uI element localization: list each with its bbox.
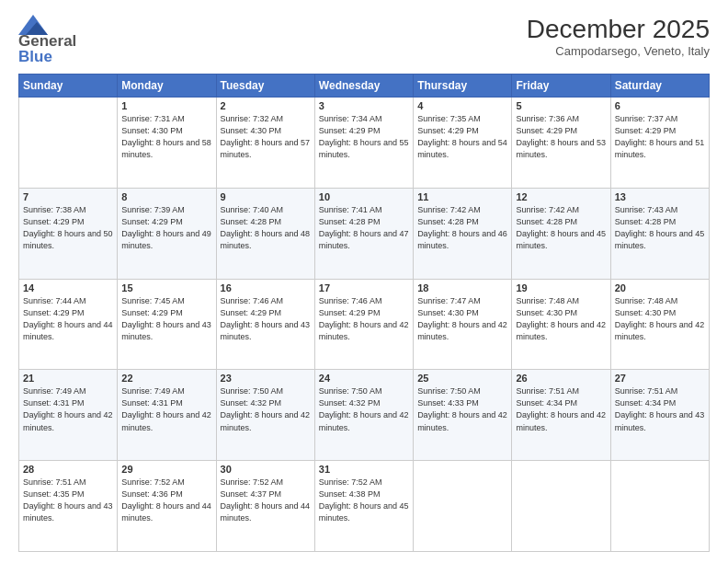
col-thursday: Thursday <box>414 75 512 98</box>
day-info: Sunrise: 7:32 AMSunset: 4:30 PMDaylight:… <box>221 113 311 161</box>
day-number: 7 <box>23 191 113 202</box>
day-info: Sunrise: 7:41 AMSunset: 4:28 PMDaylight:… <box>319 204 409 252</box>
day-number: 9 <box>221 191 311 202</box>
calendar-cell: 22Sunrise: 7:49 AMSunset: 4:31 PMDayligh… <box>118 370 216 461</box>
day-info: Sunrise: 7:36 AMSunset: 4:29 PMDaylight:… <box>516 113 606 161</box>
day-info: Sunrise: 7:42 AMSunset: 4:28 PMDaylight:… <box>417 204 507 252</box>
calendar-cell: 19Sunrise: 7:48 AMSunset: 4:30 PMDayligh… <box>512 279 610 370</box>
col-wednesday: Wednesday <box>314 75 413 98</box>
calendar-cell: 29Sunrise: 7:52 AMSunset: 4:36 PMDayligh… <box>118 461 216 552</box>
calendar-cell: 26Sunrise: 7:51 AMSunset: 4:34 PMDayligh… <box>512 370 610 461</box>
col-friday: Friday <box>512 75 610 98</box>
calendar-cell: 8Sunrise: 7:39 AMSunset: 4:29 PMDaylight… <box>118 188 216 279</box>
location: Campodarsego, Veneto, Italy <box>527 44 710 58</box>
day-number: 11 <box>417 191 507 202</box>
day-number: 16 <box>221 282 311 293</box>
month-title: December 2025 <box>527 15 710 44</box>
day-info: Sunrise: 7:42 AMSunset: 4:28 PMDaylight:… <box>516 204 606 252</box>
day-number: 8 <box>121 191 211 202</box>
calendar-week-3: 21Sunrise: 7:49 AMSunset: 4:31 PMDayligh… <box>19 370 710 461</box>
calendar-cell <box>610 461 709 552</box>
day-number: 19 <box>516 282 606 293</box>
calendar-cell: 16Sunrise: 7:46 AMSunset: 4:29 PMDayligh… <box>216 279 314 370</box>
day-info: Sunrise: 7:37 AMSunset: 4:29 PMDaylight:… <box>615 113 705 161</box>
day-number: 6 <box>615 100 705 111</box>
day-number: 24 <box>319 373 409 384</box>
day-number: 21 <box>23 373 113 384</box>
day-number: 22 <box>121 373 211 384</box>
calendar-cell <box>512 461 610 552</box>
calendar-cell: 20Sunrise: 7:48 AMSunset: 4:30 PMDayligh… <box>610 279 709 370</box>
day-number: 14 <box>23 282 113 293</box>
col-tuesday: Tuesday <box>216 75 314 98</box>
day-info: Sunrise: 7:45 AMSunset: 4:29 PMDaylight:… <box>121 295 211 343</box>
day-info: Sunrise: 7:48 AMSunset: 4:30 PMDaylight:… <box>516 295 606 343</box>
day-info: Sunrise: 7:40 AMSunset: 4:28 PMDaylight:… <box>221 204 311 252</box>
day-number: 1 <box>121 100 211 111</box>
calendar-cell: 7Sunrise: 7:38 AMSunset: 4:29 PMDaylight… <box>19 188 118 279</box>
calendar-week-4: 28Sunrise: 7:51 AMSunset: 4:35 PMDayligh… <box>19 461 710 552</box>
day-info: Sunrise: 7:51 AMSunset: 4:35 PMDaylight:… <box>23 477 113 524</box>
day-number: 15 <box>121 282 211 293</box>
calendar-cell: 31Sunrise: 7:52 AMSunset: 4:38 PMDayligh… <box>314 461 413 552</box>
calendar-cell: 4Sunrise: 7:35 AMSunset: 4:29 PMDaylight… <box>414 98 512 189</box>
calendar-week-2: 14Sunrise: 7:44 AMSunset: 4:29 PMDayligh… <box>19 279 710 370</box>
calendar-cell: 11Sunrise: 7:42 AMSunset: 4:28 PMDayligh… <box>414 188 512 279</box>
calendar-week-0: 1Sunrise: 7:31 AMSunset: 4:30 PMDaylight… <box>19 98 710 189</box>
day-number: 2 <box>221 100 311 111</box>
calendar-cell: 25Sunrise: 7:50 AMSunset: 4:33 PMDayligh… <box>414 370 512 461</box>
calendar-cell: 6Sunrise: 7:37 AMSunset: 4:29 PMDaylight… <box>610 98 709 189</box>
calendar-cell: 3Sunrise: 7:34 AMSunset: 4:29 PMDaylight… <box>314 98 413 189</box>
logo-blue: Blue <box>18 48 52 65</box>
title-section: December 2025 Campodarsego, Veneto, Ital… <box>527 15 710 58</box>
day-number: 20 <box>615 282 705 293</box>
day-info: Sunrise: 7:46 AMSunset: 4:29 PMDaylight:… <box>319 295 409 343</box>
day-number: 10 <box>319 191 409 202</box>
day-info: Sunrise: 7:51 AMSunset: 4:34 PMDaylight:… <box>615 385 705 433</box>
day-number: 29 <box>121 464 211 475</box>
col-sunday: Sunday <box>19 75 118 98</box>
day-number: 13 <box>615 191 705 202</box>
day-number: 5 <box>516 100 606 111</box>
calendar-week-1: 7Sunrise: 7:38 AMSunset: 4:29 PMDaylight… <box>19 188 710 279</box>
day-info: Sunrise: 7:44 AMSunset: 4:29 PMDaylight:… <box>23 295 113 343</box>
day-info: Sunrise: 7:34 AMSunset: 4:29 PMDaylight:… <box>319 113 409 161</box>
day-info: Sunrise: 7:52 AMSunset: 4:36 PMDaylight:… <box>121 477 211 524</box>
day-number: 25 <box>417 373 507 384</box>
calendar-cell: 9Sunrise: 7:40 AMSunset: 4:28 PMDaylight… <box>216 188 314 279</box>
day-info: Sunrise: 7:52 AMSunset: 4:37 PMDaylight:… <box>221 477 311 524</box>
calendar-cell: 12Sunrise: 7:42 AMSunset: 4:28 PMDayligh… <box>512 188 610 279</box>
calendar-cell: 1Sunrise: 7:31 AMSunset: 4:30 PMDaylight… <box>118 98 216 189</box>
day-info: Sunrise: 7:50 AMSunset: 4:32 PMDaylight:… <box>319 385 409 433</box>
logo-general: General <box>18 33 76 49</box>
day-info: Sunrise: 7:31 AMSunset: 4:30 PMDaylight:… <box>121 113 211 161</box>
calendar-cell <box>19 98 118 189</box>
day-number: 23 <box>221 373 311 384</box>
col-monday: Monday <box>118 75 216 98</box>
col-saturday: Saturday <box>610 75 709 98</box>
calendar-header-row: Sunday Monday Tuesday Wednesday Thursday… <box>19 75 710 98</box>
day-number: 30 <box>221 464 311 475</box>
calendar-cell: 28Sunrise: 7:51 AMSunset: 4:35 PMDayligh… <box>19 461 118 552</box>
day-number: 26 <box>516 373 606 384</box>
day-number: 4 <box>417 100 507 111</box>
calendar-cell: 18Sunrise: 7:47 AMSunset: 4:30 PMDayligh… <box>414 279 512 370</box>
header: General Blue December 2025 Campodarsego,… <box>18 15 710 64</box>
day-info: Sunrise: 7:50 AMSunset: 4:33 PMDaylight:… <box>417 385 507 433</box>
day-number: 18 <box>417 282 507 293</box>
calendar-cell: 24Sunrise: 7:50 AMSunset: 4:32 PMDayligh… <box>314 370 413 461</box>
day-number: 27 <box>615 373 705 384</box>
calendar-cell: 30Sunrise: 7:52 AMSunset: 4:37 PMDayligh… <box>216 461 314 552</box>
calendar-cell: 23Sunrise: 7:50 AMSunset: 4:32 PMDayligh… <box>216 370 314 461</box>
calendar-cell: 27Sunrise: 7:51 AMSunset: 4:34 PMDayligh… <box>610 370 709 461</box>
day-info: Sunrise: 7:46 AMSunset: 4:29 PMDaylight:… <box>221 295 311 343</box>
calendar-cell: 21Sunrise: 7:49 AMSunset: 4:31 PMDayligh… <box>19 370 118 461</box>
day-number: 12 <box>516 191 606 202</box>
calendar-cell: 17Sunrise: 7:46 AMSunset: 4:29 PMDayligh… <box>314 279 413 370</box>
page: General Blue December 2025 Campodarsego,… <box>0 0 728 563</box>
day-info: Sunrise: 7:51 AMSunset: 4:34 PMDaylight:… <box>516 385 606 433</box>
calendar-cell: 14Sunrise: 7:44 AMSunset: 4:29 PMDayligh… <box>19 279 118 370</box>
day-info: Sunrise: 7:35 AMSunset: 4:29 PMDaylight:… <box>417 113 507 161</box>
day-number: 28 <box>23 464 113 475</box>
calendar-cell: 15Sunrise: 7:45 AMSunset: 4:29 PMDayligh… <box>118 279 216 370</box>
